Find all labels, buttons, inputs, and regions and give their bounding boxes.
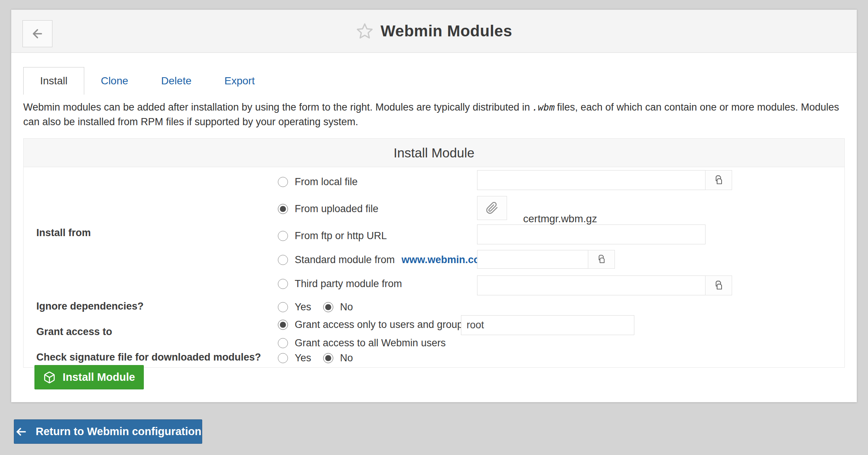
radio-from-uploaded-file[interactable] (278, 204, 288, 214)
radio-third-party-module[interactable] (278, 279, 288, 289)
file-chooser-icon (713, 280, 725, 292)
url-input[interactable] (477, 225, 705, 244)
signature-yes-label: Yes (295, 352, 311, 364)
ignore-dependencies-label: Ignore dependencies? (36, 301, 144, 312)
from-local-file-label: From local file (295, 176, 358, 188)
grant-all-row: Grant access to all Webmin users (278, 337, 446, 349)
panel-title: Install Module (24, 139, 844, 167)
grant-access-label: Grant access to (36, 326, 112, 338)
tab-export[interactable]: Export (208, 67, 271, 95)
tab-delete[interactable]: Delete (145, 67, 208, 95)
grant-all-label: Grant access to all Webmin users (295, 337, 446, 349)
standard-module-input[interactable] (477, 250, 588, 269)
intro-text: Webmin modules can be added after instal… (23, 100, 845, 129)
signature-no-label: No (340, 352, 353, 364)
return-button-label: Return to Webmin configuration (36, 425, 201, 438)
upload-file-button[interactable] (477, 196, 507, 220)
radio-grant-all[interactable] (278, 338, 288, 348)
from-url-label: From ftp or http URL (295, 230, 387, 242)
ignore-no-label: No (340, 301, 353, 313)
arrow-left-icon (15, 425, 27, 438)
wbm-code: .wbm (530, 102, 557, 113)
grant-users-input[interactable] (461, 315, 634, 335)
check-signature-label: Check signature file for downloaded modu… (36, 352, 261, 363)
radio-ignore-yes[interactable] (278, 302, 288, 312)
from-uploaded-file-label: From uploaded file (295, 203, 379, 215)
page-title: Webmin Modules (380, 22, 512, 40)
uploaded-file-name: certmgr.wbm.gz (523, 213, 597, 225)
radio-from-url[interactable] (278, 231, 288, 241)
ignore-dependencies-row: Yes No (278, 301, 353, 313)
favorite-star-icon[interactable] (356, 22, 374, 40)
tab-bar: Install Clone Delete Export (23, 67, 845, 95)
radio-ignore-no[interactable] (323, 302, 333, 312)
intro-before: Webmin modules can be added after instal… (23, 102, 530, 113)
radio-signature-yes[interactable] (278, 353, 288, 363)
third-party-input[interactable] (477, 275, 705, 295)
option-local-file-row: From local file (278, 176, 358, 188)
third-party-chooser-button[interactable] (705, 275, 732, 295)
install-module-form: Install from Ignore dependencies? Grant … (24, 167, 844, 367)
tab-install[interactable]: Install (23, 67, 84, 95)
install-from-label: Install from (36, 227, 91, 239)
standard-module-chooser-button[interactable] (588, 250, 615, 269)
package-icon (43, 371, 56, 384)
header-title-wrap: Webmin Modules (11, 10, 857, 52)
option-third-party-row: Third party module from (278, 278, 402, 290)
standard-module-label: Standard module from (295, 254, 395, 266)
option-standard-row: Standard module from www.webmin.com (278, 254, 489, 266)
file-chooser-icon (596, 254, 607, 265)
paperclip-icon (486, 202, 498, 214)
tab-clone[interactable]: Clone (84, 67, 145, 95)
install-module-button[interactable]: Install Module (34, 365, 144, 389)
radio-standard-module[interactable] (278, 255, 288, 265)
radio-from-local-file[interactable] (278, 177, 288, 187)
page-header: Webmin Modules (11, 10, 857, 53)
local-file-chooser-button[interactable] (705, 170, 732, 190)
radio-grant-users[interactable] (278, 320, 288, 330)
radio-signature-no[interactable] (323, 353, 333, 363)
check-signature-row: Yes No (278, 352, 353, 364)
install-module-panel: Install Module Install from Ignore depen… (23, 138, 845, 368)
option-uploaded-file-row: From uploaded file (278, 203, 379, 215)
page-content: Install Clone Delete Export Webmin modul… (11, 67, 857, 368)
grant-users-row: Grant access only to users and groups : (278, 319, 473, 331)
return-to-webmin-configuration-button[interactable]: Return to Webmin configuration (14, 419, 202, 444)
webmin-modules-card: Webmin Modules Install Clone Delete Expo… (11, 9, 857, 402)
third-party-label: Third party module from (295, 278, 402, 290)
webmin-com-link[interactable]: www.webmin.com (401, 254, 489, 266)
ignore-yes-label: Yes (295, 301, 311, 313)
file-chooser-icon (713, 174, 725, 186)
grant-users-label: Grant access only to users and groups : (295, 319, 473, 331)
install-module-button-label: Install Module (63, 371, 135, 383)
local-file-input[interactable] (477, 170, 705, 190)
option-url-row: From ftp or http URL (278, 230, 387, 242)
